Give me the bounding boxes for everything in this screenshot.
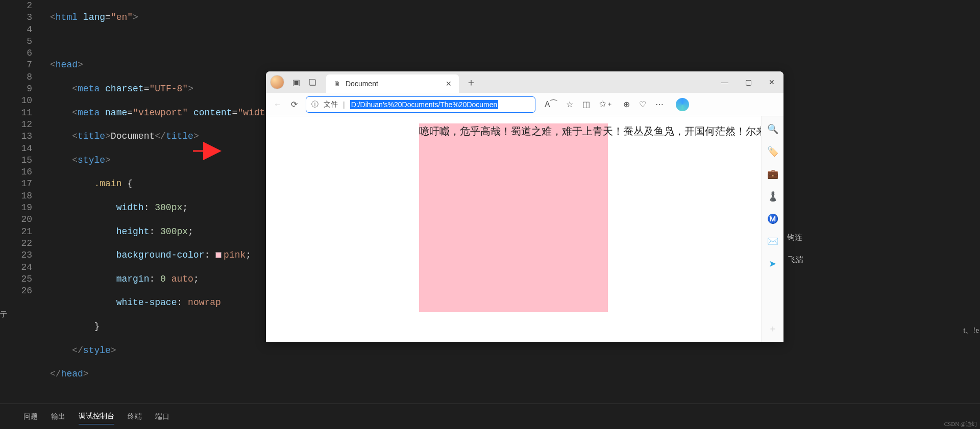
line-number: 10: [0, 95, 32, 107]
line-number: 14: [0, 143, 32, 155]
stray-text: t、!e: [963, 325, 979, 335]
search-icon[interactable]: 🔍: [767, 123, 778, 135]
tab-title: Document: [346, 80, 440, 88]
stray-text: 飞湍: [788, 255, 803, 265]
bottom-panel: 问题 输出 调试控制台 终端 端口: [0, 403, 980, 429]
document-icon: 🗎: [333, 80, 340, 88]
line-number: 23: [0, 249, 32, 261]
edge-sidebar: 🔍 🏷️ 💼 ♟️ Ⓜ️ ✉️ ➤ ＋: [761, 116, 783, 342]
line-number: 22: [0, 238, 32, 249]
window-controls: — ▢ ✕: [713, 71, 783, 93]
line-number: 12: [0, 119, 32, 131]
browser-titlebar: ▣ ❏ 🗎 Document ✕ ＋ — ▢ ✕: [266, 71, 783, 93]
url-text-selected: D:/Dihuan's%20Documents/The%20Documen: [350, 100, 499, 109]
games-icon[interactable]: ♟️: [767, 191, 778, 202]
main-div: 噫吁嚱，危乎高哉！蜀道之难，难于上青天！蚕丛及鱼凫，开国何茫然！尔来: [419, 123, 608, 312]
page-text: 噫吁嚱，危乎高哉！蜀道之难，难于上青天！蚕丛及鱼凫，开国何茫然！尔来: [419, 125, 766, 137]
tools-icon[interactable]: 💼: [767, 168, 778, 180]
line-number: 18: [0, 190, 32, 202]
line-number: 9: [0, 83, 32, 95]
refresh-icon[interactable]: ⟳: [289, 99, 299, 109]
browser-viewport: 噫吁嚱，危乎高哉！蜀道之难，难于上青天！蚕丛及鱼凫，开国何茫然！尔来 🔍 🏷️ …: [266, 116, 783, 342]
new-tab-button[interactable]: ＋: [466, 75, 476, 89]
line-number: 21: [0, 226, 32, 238]
tab-actions-icon[interactable]: ❏: [308, 78, 317, 87]
panel-tab-ports[interactable]: 端口: [155, 409, 169, 424]
split-screen-icon[interactable]: ◫: [582, 99, 590, 109]
rendered-page: 噫吁嚱，危乎高哉！蜀道之难，难于上青天！蚕丛及鱼凫，开国何茫然！尔来: [266, 116, 761, 342]
line-number: 25: [0, 273, 32, 285]
microsoft-365-icon[interactable]: Ⓜ️: [767, 213, 778, 224]
more-icon[interactable]: ⋯: [655, 99, 664, 109]
favorite-icon[interactable]: ☆: [566, 99, 573, 109]
line-number: 15: [0, 155, 32, 166]
close-window-button[interactable]: ✕: [760, 71, 783, 93]
line-number: 5: [0, 36, 32, 47]
line-number: 7: [0, 59, 32, 71]
line-number: 4: [0, 24, 32, 36]
browser-window: ▣ ❏ 🗎 Document ✕ ＋ — ▢ ✕ ← ⟳ ⓘ 文件 | D:/D…: [266, 71, 783, 342]
browser-tab[interactable]: 🗎 Document ✕: [326, 74, 459, 93]
collections-icon[interactable]: ⊕: [623, 99, 630, 109]
stray-text: 亍: [0, 310, 7, 319]
line-number: 16: [0, 166, 32, 178]
performance-icon[interactable]: ♡: [639, 99, 646, 109]
line-number: 19: [0, 202, 32, 214]
line-number: 6: [0, 47, 32, 59]
telegram-icon[interactable]: ➤: [769, 258, 776, 269]
line-gutter: 2 3 4 5 6 7 8 9 10 11 12 13 14 15 16 17 …: [0, 0, 43, 297]
url-scheme-label: 文件: [324, 100, 338, 109]
copilot-icon[interactable]: [676, 98, 689, 111]
address-bar-row: ← ⟳ ⓘ 文件 | D:/Dihuan's%20Documents/The%2…: [266, 93, 783, 116]
minimize-button[interactable]: —: [713, 71, 737, 93]
url-separator: |: [343, 100, 345, 109]
line-number: 8: [0, 71, 32, 83]
line-number: 24: [0, 262, 32, 273]
back-icon[interactable]: ←: [273, 100, 282, 109]
line-number: 26: [0, 285, 32, 297]
shopping-icon[interactable]: 🏷️: [767, 146, 778, 157]
maximize-button[interactable]: ▢: [737, 71, 760, 93]
line-number: 17: [0, 178, 32, 190]
panel-tab-output[interactable]: 输出: [51, 409, 65, 424]
stray-text: 钩连: [787, 233, 802, 242]
panel-tab-debug-console[interactable]: 调试控制台: [79, 409, 114, 424]
close-tab-icon[interactable]: ✕: [446, 80, 452, 88]
line-number: 20: [0, 214, 32, 225]
workspaces-icon[interactable]: ▣: [291, 78, 301, 87]
read-aloud-icon[interactable]: A⁀: [545, 99, 557, 109]
add-sidebar-icon[interactable]: ＋: [768, 322, 777, 335]
line-number: 2: [0, 0, 32, 12]
site-info-icon[interactable]: ⓘ: [311, 100, 318, 109]
line-number: 11: [0, 107, 32, 119]
panel-tab-problems[interactable]: 问题: [23, 409, 38, 424]
outlook-icon[interactable]: ✉️: [767, 236, 778, 247]
watermark: CSDN @迪幻: [944, 420, 977, 428]
profile-avatar[interactable]: [270, 75, 284, 89]
line-number: 13: [0, 131, 32, 142]
line-number: 3: [0, 12, 32, 23]
address-bar[interactable]: ⓘ 文件 | D:/Dihuan's%20Documents/The%20Doc…: [306, 96, 535, 113]
favorites-bar-icon[interactable]: ✩﹢: [599, 99, 614, 110]
panel-tab-terminal[interactable]: 终端: [128, 409, 142, 424]
